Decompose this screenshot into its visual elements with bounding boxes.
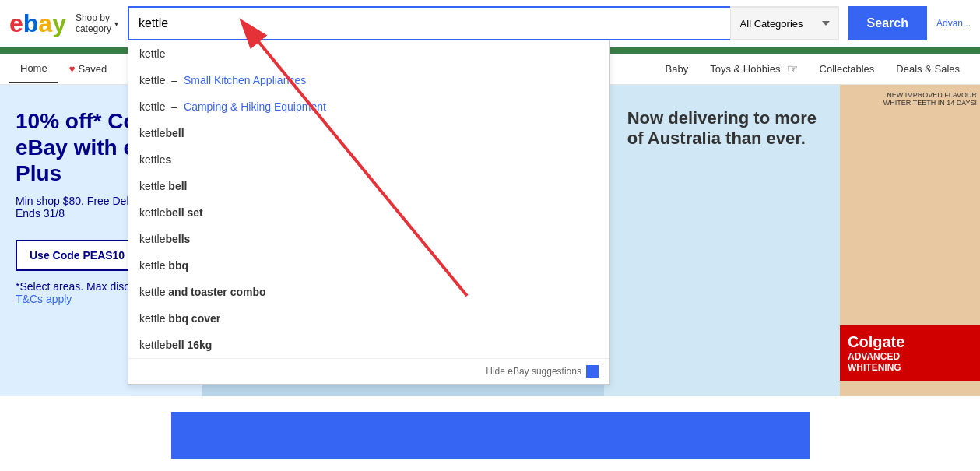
suggestion-text: kettlebells [139, 233, 190, 245]
nav-label: Deals & Sales [896, 63, 960, 75]
shop-by-label: Shop bycategory [76, 12, 111, 34]
autocomplete-item[interactable]: kettle and toaster combo [128, 279, 609, 305]
nav-label: Toys & Hobbies [710, 63, 780, 75]
colgate-ad: Colgate ADVANCEDWHITENING NEW IMPROVED F… [840, 85, 980, 396]
nav-label: Baby [666, 63, 689, 75]
search-area: kettle kettle – Small Kitchen Appliances… [128, 6, 839, 40]
autocomplete-item[interactable]: kettlebell [128, 120, 609, 146]
nav-label: Collectables [820, 63, 875, 75]
suggestion-text: kettle – Camping & Hiking Equipment [139, 100, 326, 113]
search-input[interactable] [128, 6, 730, 40]
heart-icon: ♥ [69, 63, 76, 75]
suggestion-text: kettles [139, 153, 171, 166]
autocomplete-item[interactable]: kettles [128, 146, 609, 173]
autocomplete-item[interactable]: kettle bbq [128, 252, 609, 279]
hide-suggestions-link[interactable]: Hide eBay suggestions [486, 366, 581, 377]
suggestion-text: kettle bell [139, 180, 187, 192]
nav-item-baby[interactable]: Baby [655, 55, 700, 83]
nav-label: Home [20, 62, 47, 74]
suggestion-text: kettle and toaster combo [139, 286, 266, 298]
autocomplete-item[interactable]: kettlebells [128, 226, 609, 252]
suggestion-text: kettle – Small Kitchen Appliances [139, 74, 306, 86]
suggestion-text: kettle [139, 47, 165, 60]
nav-item-home[interactable]: Home [9, 54, 58, 83]
autocomplete-item[interactable]: kettlebell set [128, 199, 609, 226]
suggestion-text: kettlebell [139, 127, 184, 139]
nav-item-toys[interactable]: Toys & Hobbies ☞ [699, 54, 808, 84]
nav-item-collectables[interactable]: Collectables [809, 55, 886, 83]
colgate-note: NEW IMPROVED FLAVOURWHITER TEETH IN 14 D… [883, 91, 977, 107]
shop-by-category[interactable]: Shop bycategory ▾ [76, 12, 118, 34]
chevron-down-icon: ▾ [114, 19, 118, 28]
deliver-headline: Now delivering to moreof Australia than … [627, 108, 817, 149]
dropdown-footer: Hide eBay suggestions [128, 358, 609, 384]
autocomplete-item[interactable]: kettlebell 16kg [128, 332, 609, 358]
ebay-logo[interactable]: ebay [9, 11, 66, 36]
autocomplete-item[interactable]: kettle [128, 40, 609, 67]
nav-label: Saved [78, 63, 107, 75]
autocomplete-item[interactable]: kettle – Camping & Hiking Equipment [128, 93, 609, 120]
deliver-section: Now delivering to moreof Australia than … [604, 85, 840, 396]
logo-b: b [23, 11, 39, 36]
suggestion-text: kettlebell 16kg [139, 339, 212, 351]
ebay-icon [586, 365, 599, 378]
logo-a: a [38, 11, 52, 36]
header: ebay Shop bycategory ▾ kettle kettle – S… [0, 0, 980, 47]
suggestion-text: kettle bbq [139, 259, 188, 272]
logo-e: e [9, 11, 23, 36]
advanced-search-link[interactable]: Advan... [936, 18, 971, 29]
colgate-label-block: Colgate ADVANCEDWHITENING [840, 325, 980, 381]
footer-blue-bar [171, 412, 810, 459]
category-select[interactable]: All Categories Antiques Art Baby Electro… [730, 6, 839, 40]
autocomplete-item[interactable]: kettle bbq cover [128, 305, 609, 332]
cursor-pointer-icon: ☞ [787, 62, 798, 76]
footer-banner [0, 396, 980, 471]
promo-btn-label: Use Code PEAS10 → [30, 249, 139, 262]
colgate-brand: Colgate [848, 333, 972, 351]
autocomplete-item[interactable]: kettle – Small Kitchen Appliances [128, 67, 609, 93]
nav-item-deals[interactable]: Deals & Sales [885, 55, 971, 83]
colgate-product: ADVANCEDWHITENING [848, 351, 972, 373]
terms-link[interactable]: T&Cs apply [16, 293, 72, 305]
autocomplete-dropdown: kettle kettle – Small Kitchen Appliances… [128, 40, 610, 385]
nav-item-saved[interactable]: ♥ Saved [58, 55, 118, 83]
suggestion-text: kettle bbq cover [139, 312, 220, 325]
logo-y: y [52, 11, 66, 36]
category-link[interactable]: Small Kitchen Appliances [184, 74, 306, 86]
category-link[interactable]: Camping & Hiking Equipment [184, 100, 326, 113]
suggestion-text: kettlebell set [139, 206, 203, 219]
autocomplete-item[interactable]: kettle bell [128, 173, 609, 199]
search-button[interactable]: Search [848, 6, 927, 40]
